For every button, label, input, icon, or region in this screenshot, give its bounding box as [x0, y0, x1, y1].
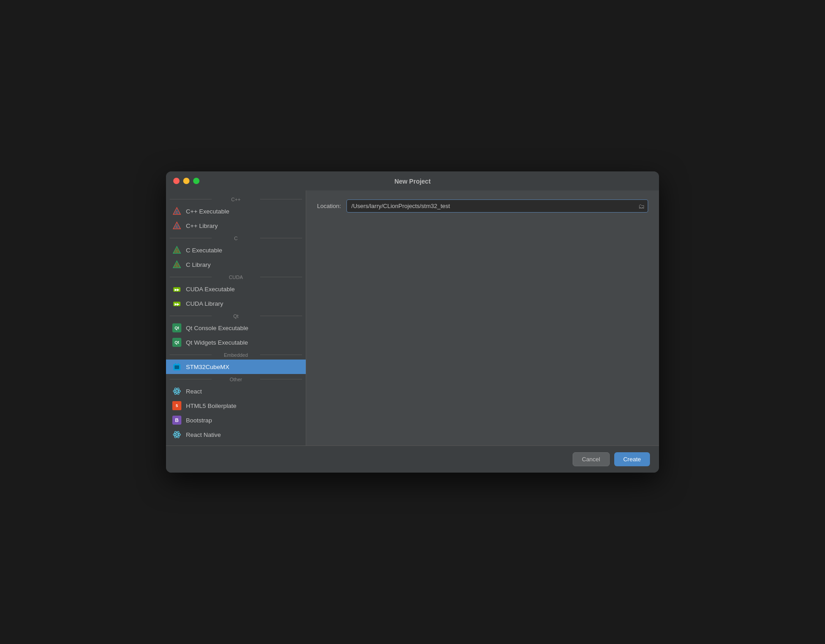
- sidebar-item-cpp-library[interactable]: C C++ Library: [166, 218, 306, 233]
- sidebar-item-label: HTML5 Boilerplate: [186, 402, 237, 409]
- bootstrap-icon: B: [172, 416, 181, 425]
- sidebar-item-c-executable[interactable]: C C Executable: [166, 243, 306, 257]
- svg-text:▶▶: ▶▶: [175, 288, 180, 291]
- location-input[interactable]: [346, 199, 648, 213]
- section-c: C: [166, 233, 306, 243]
- dialog-body: C++ C C++ Executable C C++ Library C C C…: [166, 190, 659, 445]
- react-native-icon: [172, 430, 181, 439]
- svg-rect-17: [175, 365, 179, 369]
- sidebar-item-label: STM32CubeMX: [186, 364, 229, 370]
- sidebar-item-cuda-executable[interactable]: ▶▶ CUDA Executable: [166, 282, 306, 296]
- section-other: Other: [166, 374, 306, 384]
- cancel-button[interactable]: Cancel: [573, 452, 610, 466]
- new-project-dialog: New Project C++ C C++ Executable C C++ L…: [166, 171, 659, 473]
- main-content: Location: 🗂: [306, 190, 659, 445]
- sidebar-item-bootstrap[interactable]: B Bootstrap: [166, 413, 306, 427]
- sidebar-item-c-library[interactable]: C C Library: [166, 257, 306, 272]
- c-icon: C: [172, 260, 181, 269]
- cpp-icon: C: [172, 207, 181, 216]
- sidebar-item-label: Qt Widgets Executable: [186, 339, 248, 346]
- html5-icon: 5: [172, 401, 181, 410]
- svg-text:C: C: [175, 250, 178, 253]
- maximize-button[interactable]: [193, 178, 199, 184]
- sidebar-item-react-native[interactable]: React Native: [166, 427, 306, 442]
- svg-point-23: [176, 391, 178, 392]
- dialog-title: New Project: [394, 178, 431, 190]
- create-button[interactable]: Create: [614, 452, 650, 466]
- svg-text:C: C: [175, 264, 178, 267]
- sidebar-item-label: Bootstrap: [186, 417, 212, 424]
- sidebar-item-html5[interactable]: 5 HTML5 Boilerplate: [166, 398, 306, 413]
- svg-rect-18: [175, 363, 176, 365]
- project-type-sidebar: C++ C C++ Executable C C++ Library C C C…: [166, 190, 306, 445]
- title-bar: New Project: [166, 171, 659, 190]
- close-button[interactable]: [173, 178, 180, 184]
- sidebar-item-label: C++ Library: [186, 223, 218, 229]
- cpp-icon: C: [172, 221, 181, 230]
- section-cpp: C++: [166, 194, 306, 204]
- minimize-button[interactable]: [183, 178, 190, 184]
- folder-icon: 🗂: [638, 203, 645, 210]
- svg-rect-19: [178, 363, 179, 365]
- cuda-icon: ▶▶: [172, 299, 181, 308]
- sidebar-item-label: C++ Executable: [186, 208, 229, 215]
- section-embedded: Embedded: [166, 350, 306, 360]
- sidebar-item-qt-widgets[interactable]: Qt Qt Widgets Executable: [166, 335, 306, 350]
- sidebar-item-label: C Executable: [186, 247, 222, 254]
- sidebar-item-label: React: [186, 388, 202, 395]
- traffic-lights: [173, 178, 199, 184]
- stm32-icon: [172, 362, 181, 371]
- svg-text:C: C: [175, 225, 178, 228]
- svg-text:▶▶: ▶▶: [175, 303, 180, 306]
- dialog-footer: Cancel Create: [166, 445, 659, 473]
- sidebar-item-label: C Library: [186, 261, 211, 268]
- c-icon: C: [172, 246, 181, 255]
- sidebar-item-stm32[interactable]: STM32CubeMX: [166, 360, 306, 374]
- qt-icon: Qt: [172, 323, 181, 332]
- react-icon: [172, 387, 181, 396]
- section-cuda: CUDA: [166, 272, 306, 282]
- sidebar-item-qt-console[interactable]: Qt Qt Console Executable: [166, 321, 306, 335]
- svg-text:C: C: [175, 211, 178, 214]
- location-label: Location:: [317, 203, 341, 209]
- sidebar-item-label: Qt Console Executable: [186, 325, 248, 331]
- sidebar-item-cpp-executable[interactable]: C C++ Executable: [166, 204, 306, 218]
- cuda-icon: ▶▶: [172, 284, 181, 294]
- sidebar-item-react[interactable]: React: [166, 384, 306, 398]
- section-qt: Qt: [166, 311, 306, 321]
- sidebar-item-label: React Native: [186, 431, 221, 438]
- sidebar-item-cuda-library[interactable]: ▶▶ CUDA Library: [166, 296, 306, 311]
- location-input-wrapper: 🗂: [346, 199, 648, 213]
- location-row: Location: 🗂: [317, 199, 648, 213]
- sidebar-item-label: CUDA Library: [186, 300, 223, 307]
- svg-point-27: [176, 434, 178, 436]
- qt-icon: Qt: [172, 338, 181, 347]
- sidebar-item-label: CUDA Executable: [186, 286, 235, 293]
